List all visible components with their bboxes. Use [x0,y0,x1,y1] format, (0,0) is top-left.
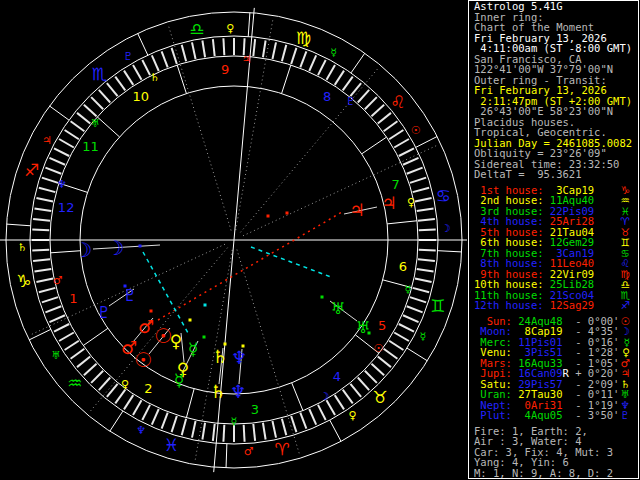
band-tick [365,371,377,383]
band-tick [343,390,353,404]
wheel-sign-ruler-leo: ☉ [411,124,421,137]
band-tick [403,158,419,165]
band-tick [419,250,436,251]
band-tick [418,259,435,261]
band-tick [378,113,391,124]
band-tick [133,400,142,415]
band-tick [54,148,69,156]
wheel-sign-aquarius: ♒ [67,373,82,393]
wheel-number-11: 11 [82,139,99,154]
house-sign-glyph: ♐ [621,300,630,311]
band-tick [272,421,276,438]
sign-boundary [248,13,250,37]
wheel-planet-uranus-inner: ♅ [331,299,345,318]
band-tick [384,349,398,359]
band-tick [415,198,432,202]
band-tick [65,130,79,139]
wheel-number-3: 3 [251,402,259,417]
band-tick [244,425,245,442]
band-tick [34,208,51,211]
wheel-number-1: 1 [69,291,77,306]
marker-dot [189,319,192,322]
band-tick [282,45,286,61]
wheel-number-2: 2 [144,381,152,396]
band-tick [300,51,306,67]
info-line-16: DeltaT = 95.3621 [469,169,638,180]
wheel-sign-ruler-aries: ♂ [244,445,254,458]
band-tick [142,405,150,420]
band-tick [213,39,215,56]
chart-wheel-area: ♈♂♉♀♊☿♋☽♌☉♍☿♎♀♏♇♐♃♑♄♒♅♓♆1♂2♀3☿4☽5☉6☿7♀8♇… [0,0,468,480]
band-tick [384,121,398,131]
wheel-sign-taurus: ♉ [372,387,387,407]
band-tick [335,395,344,409]
band-tick [403,315,419,322]
band-tick [33,259,50,261]
house-cusp-line [243,144,439,235]
band-tick [54,324,69,332]
marker-dot [267,215,270,218]
band-tick [399,148,414,156]
house-row-12: 12th house: 12Sag29♐ [469,300,638,311]
wheel-sign-capricorn: ♑ [16,271,31,291]
house-sign-glyph: ♈ [621,216,630,227]
wheel-sign-ruler-virgo: ☿ [330,46,337,59]
marker-dot [224,343,227,346]
band-tick [327,65,336,80]
wheel-planet-pluto-outer: ♇ [97,303,111,322]
sign-boundary [226,444,227,468]
band-tick [223,425,224,442]
house-cusp-list: 1st house: 3Cap19♑ 2nd house: 11Aqu40♒ 3… [469,185,638,311]
band-tick [36,278,53,282]
planet-pointer [93,245,160,249]
band-tick [413,188,429,192]
house-sign-glyph: ♒ [621,195,630,206]
band-tick [318,60,326,75]
wheel-number-ruler-2: ♀ [121,378,129,391]
wheel-planet-neptune-outer: ♆ [230,381,246,402]
band-tick [394,139,409,148]
wheel-number-ruler-6: ☿ [405,283,412,296]
wheel-sign-cancer: ♋ [436,186,451,206]
band-tick [282,419,286,435]
marker-dot [124,285,127,288]
band-tick [192,42,196,59]
band-tick [253,39,255,56]
band-tick [162,51,168,67]
stats-line-4: M: 1, N: 9, A: 8, D: 2 [469,468,638,479]
planet-position-list: Sun: 24Aqu48 - 0°00'☉ Moon: 8Cap19 - 4°3… [469,316,638,421]
wheel-planet-pluto-inner: ♇ [123,286,137,305]
band-tick [49,315,65,322]
band-tick [410,178,426,183]
band-tick [42,178,58,183]
wheel-planet-moon-inner: ☽ [74,238,92,262]
wheel-planet-sun-outer: ☉ [134,348,152,372]
wheel-sign-pisces: ♓ [164,435,179,455]
wheel-number-10: 10 [133,89,150,104]
wheel-number-5: 5 [378,318,386,333]
band-tick [202,423,205,440]
band-tick [394,333,409,342]
band-tick [407,306,423,312]
number-boundary [97,117,119,137]
band-tick [182,45,186,61]
band-tick [39,288,55,292]
sign-boundary [407,348,427,361]
band-tick [309,409,316,425]
band-tick [84,364,97,375]
band-tick [152,55,159,71]
band-tick [253,424,255,441]
band-tick [358,377,369,390]
wheel-planet-mercury-inner: ☿ [188,339,198,359]
marker-dot [203,336,206,339]
band-tick [213,424,215,441]
planet-glyph: ♇ [621,410,630,421]
band-tick [42,297,58,302]
band-tick [84,105,97,116]
band-tick [335,71,344,85]
planet-glyph: ♅ [621,389,630,400]
wheel-sign-ruler-capricorn: ♄ [17,241,27,254]
band-tick [350,384,361,397]
band-tick [107,83,118,96]
wheel-sign-ruler-aquarius: ♅ [51,349,61,362]
